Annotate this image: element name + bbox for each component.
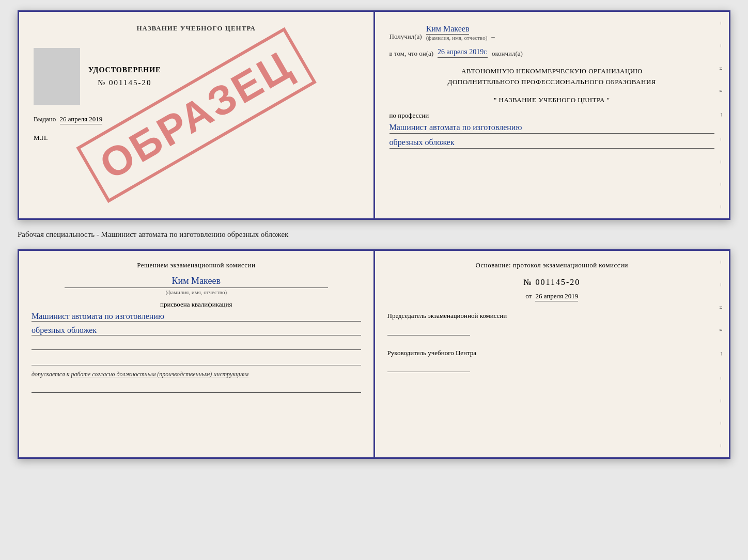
school-name-header: НАЗВАНИЕ УЧЕБНОГО ЦЕНТРА (34, 24, 359, 33)
profession-label: по профессии (389, 111, 715, 120)
profession-line2: обрезных обложек (389, 138, 715, 149)
recipient-line: Получил(а) Ким Макеев (фамилия, имя, отч… (389, 24, 715, 41)
chairman-label: Председатель экзаменационной комиссии (387, 311, 717, 321)
date-line: в том, что он(а) 26 апреля 2019г. окончи… (389, 48, 715, 58)
bottom-left-page: Решением экзаменационной комиссии Ким Ма… (19, 251, 375, 457)
photo-placeholder (34, 48, 80, 105)
org-name: " НАЗВАНИЕ УЧЕБНОГО ЦЕНТРА " (389, 96, 715, 104)
bottom-right-edge-decoration: – – и а ← – – – – (719, 251, 725, 457)
right-edge-decoration: – – и а ← – – – – (719, 12, 725, 218)
bottom-person-sublabel: (фамилия, имя, отчество) (65, 287, 328, 295)
recipient-name: Ким Макеев (426, 24, 470, 35)
head-label: Руководитель учебного Центра (387, 348, 717, 358)
base-header: Основание: протокол экзаменационной коми… (387, 261, 717, 269)
cert-title-info: УДОСТОВЕРЕНИЕ № 001145-20 (88, 66, 161, 87)
org-block: АВТОНОМНУЮ НЕКОММЕРЧЕСКУЮ ОРГАНИЗАЦИЮ ДО… (389, 66, 715, 88)
qualification-label: присвоена квалификация (32, 300, 361, 309)
mp-line: М.П. (34, 134, 359, 142)
dash-after-name: – (491, 33, 495, 41)
date-suffix: окончил(а) (492, 50, 523, 58)
recipient-sublabel: (фамилия, имя, отчество) (426, 35, 488, 41)
allow-text: работе согласно должностным (производств… (71, 371, 248, 378)
bottom-spread: Решением экзаменационной комиссии Ким Ма… (18, 249, 730, 459)
blank-line-2 (32, 355, 361, 365)
decision-header: Решением экзаменационной комиссии (32, 261, 361, 269)
protocol-date-value: 26 апреля 2019 (535, 292, 578, 301)
issued-date: 26 апреля 2019 (60, 115, 103, 124)
top-left-page: НАЗВАНИЕ УЧЕБНОГО ЦЕНТРА УДОСТОВЕРЕНИЕ №… (19, 12, 375, 218)
profession-line1: Машинист автомата по изготовлению (389, 123, 715, 134)
head-sig-line (387, 362, 470, 372)
cert-number: № 001145-20 (88, 78, 161, 87)
blank-line-3 (32, 382, 361, 393)
org-line1: АВТОНОМНУЮ НЕКОММЕРЧЕСКУЮ ОРГАНИЗАЦИЮ (389, 66, 715, 77)
recipient-name-block: Ким Макеев (фамилия, имя, отчество) (426, 24, 488, 41)
head-block: Руководитель учебного Центра (387, 348, 717, 375)
qualification-line2: обрезных обложек (32, 326, 361, 335)
org-line2: ДОПОЛНИТЕЛЬНОГО ПРОФЕССИОНАЛЬНОГО ОБРАЗО… (389, 77, 715, 88)
cert-title-block: УДОСТОВЕРЕНИЕ № 001145-20 (34, 48, 359, 105)
bottom-right-page: Основание: протокол экзаменационной коми… (375, 251, 729, 457)
document-container: НАЗВАНИЕ УЧЕБНОГО ЦЕНТРА УДОСТОВЕРЕНИЕ №… (18, 10, 730, 459)
protocol-number: № 001145-20 (387, 278, 717, 287)
chairman-block: Председатель экзаменационной комиссии (387, 311, 717, 335)
recipient-label: Получил(а) (389, 33, 422, 41)
bottom-person-name: Ким Макеев (32, 276, 361, 286)
issued-date-line: Выдано 26 апреля 2019 (34, 115, 359, 123)
top-spread: НАЗВАНИЕ УЧЕБНОГО ЦЕНТРА УДОСТОВЕРЕНИЕ №… (18, 10, 730, 220)
bottom-person-block: Ким Макеев (фамилия, имя, отчество) (32, 276, 361, 295)
separator-text: Рабочая специальность - Машинист автомат… (18, 228, 730, 241)
cert-title-text: УДОСТОВЕРЕНИЕ (88, 66, 161, 74)
chairman-sig-line (387, 325, 470, 335)
issued-label: Выдано (34, 115, 56, 123)
allow-label: допускается к (32, 371, 69, 378)
protocol-date-prefix: от (525, 292, 532, 300)
top-right-page: Получил(а) Ким Макеев (фамилия, имя, отч… (375, 12, 729, 218)
date-value: 26 апреля 2019г. (438, 48, 488, 58)
blank-line-1 (32, 340, 361, 350)
allow-text-block: допускается к работе согласно должностны… (32, 371, 361, 378)
qualification-line1: Машинист автомата по изготовлению (32, 312, 361, 322)
date-prefix: в том, что он(а) (389, 50, 434, 58)
protocol-date: от 26 апреля 2019 (387, 292, 717, 300)
